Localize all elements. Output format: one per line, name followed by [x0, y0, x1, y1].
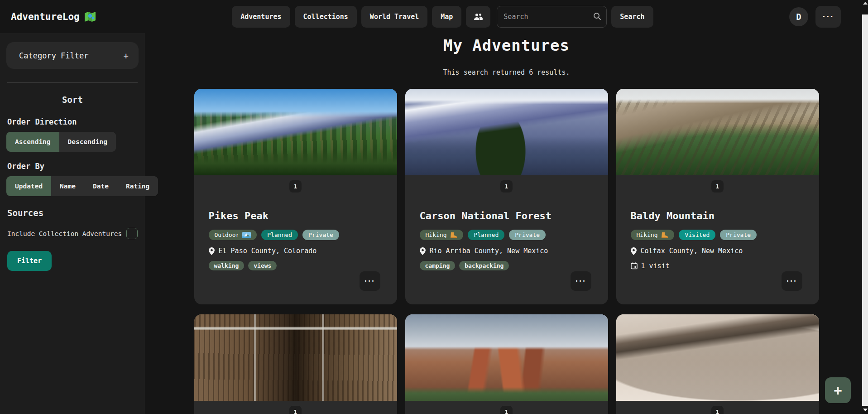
location-text: Rio Arriba County, New Mexico [430, 247, 548, 255]
image-count-badge: 1 [711, 180, 724, 193]
park-icon [242, 232, 251, 238]
adventure-card: 1 [405, 314, 608, 414]
tag-pill: camping [420, 261, 456, 270]
visibility-badge: Private [509, 230, 546, 240]
badge-row: OutdoorPlannedPrivate [209, 230, 383, 240]
order-by-label: Order By [7, 162, 139, 171]
app-title: AdventureLog [11, 11, 80, 22]
scrollbar-down-arrow[interactable] [862, 406, 868, 414]
tag-row: campingbackpacking [420, 261, 594, 270]
avatar[interactable]: D [789, 7, 808, 26]
page-title: My Adventures [145, 36, 868, 54]
top-navbar: AdventureLog Adventures Collections Worl… [0, 0, 868, 33]
adventure-photo[interactable] [194, 314, 397, 401]
order-by-date-button[interactable]: Date [84, 176, 117, 196]
ellipsis-icon: ••• [786, 279, 797, 284]
adventure-title[interactable]: Baldy Mountain [631, 210, 805, 221]
users-icon [474, 13, 483, 20]
category-filter-label: Category Filter [19, 51, 89, 60]
image-count-badge: 1 [500, 180, 513, 193]
nav-users-button[interactable] [466, 6, 490, 28]
add-adventure-button[interactable]: + [825, 377, 851, 403]
include-collections-label: Include Collection Adventures [7, 230, 122, 237]
search-field-wrap [497, 6, 607, 28]
adventure-card: •••1Carson National ForestHikingPlannedP… [405, 89, 608, 304]
category-badge: Hiking [631, 230, 675, 240]
badge-row: HikingVisitedPrivate [631, 230, 805, 240]
scrollbar-up-arrow[interactable] [862, 0, 868, 14]
adventure-card-body: 1Carson National ForestHikingPlannedPriv… [405, 180, 608, 270]
adventure-card: •••1Pikes PeakOutdoorPlannedPrivateEl Pa… [194, 89, 397, 304]
tag-row: walkingviews [209, 261, 383, 270]
pin-icon [420, 247, 426, 255]
adventure-card: 1 [616, 314, 819, 414]
nav-collections-button[interactable]: Collections [295, 6, 357, 28]
order-by-name-button[interactable]: Name [51, 176, 84, 196]
adventure-photo[interactable] [405, 89, 608, 175]
location-row: El Paso County, Colorado [209, 247, 383, 255]
calendar-icon [631, 262, 638, 270]
status-badge: Planned [468, 230, 504, 240]
nav-world-travel-button[interactable]: World Travel [361, 6, 427, 28]
image-count-badge: 1 [289, 180, 302, 193]
card-menu-button[interactable]: ••• [571, 271, 591, 291]
nav-adventures-button[interactable]: Adventures [232, 6, 290, 28]
image-count-badge: 1 [711, 406, 724, 414]
results-count-text: This search returned 6 results. [145, 68, 868, 77]
boot-icon [450, 232, 457, 238]
tag-pill: views [248, 261, 277, 270]
search-icon [593, 12, 601, 20]
visibility-badge: Private [302, 230, 339, 240]
sort-heading: Sort [6, 95, 139, 105]
filter-button[interactable]: Filter [7, 251, 52, 271]
pin-icon [209, 247, 215, 255]
include-collections-checkbox[interactable] [126, 228, 138, 239]
adventure-photo[interactable] [616, 89, 819, 175]
filter-sidebar: Category Filter + Sort Order Direction A… [0, 33, 145, 414]
main-content: My Adventures This search returned 6 res… [145, 33, 868, 414]
order-by-group: Updated Name Date Rating [6, 176, 158, 196]
adventure-card-body: 1 [194, 406, 397, 414]
app-brand[interactable]: AdventureLog [11, 11, 96, 22]
adventure-title[interactable]: Pikes Peak [209, 210, 383, 221]
adventure-card-body: 1Pikes PeakOutdoorPlannedPrivateEl Paso … [194, 180, 397, 270]
adventure-cards-grid: •••1Pikes PeakOutdoorPlannedPrivateEl Pa… [194, 89, 819, 414]
adventure-title[interactable]: Carson National Forest [420, 210, 594, 221]
adventure-photo[interactable] [194, 89, 397, 175]
adventure-card-body: 1 [616, 406, 819, 414]
order-by-updated-button[interactable]: Updated [6, 176, 51, 196]
search-button[interactable]: Search [611, 6, 653, 28]
nav-map-button[interactable]: Map [432, 6, 461, 28]
ellipsis-icon: ••• [575, 279, 586, 284]
sidebar-divider [7, 82, 138, 83]
visit-count-row: 1 visit [631, 262, 805, 270]
category-filter-toggle[interactable]: Category Filter + [6, 42, 139, 69]
ellipsis-icon: ••• [364, 279, 375, 284]
visibility-badge: Private [720, 230, 757, 240]
adventure-photo[interactable] [616, 314, 819, 401]
category-badge: Hiking [420, 230, 464, 240]
adventure-photo[interactable] [405, 314, 608, 401]
category-label: Hiking [426, 231, 447, 238]
order-ascending-button[interactable]: Ascending [6, 132, 59, 152]
boot-icon [661, 232, 668, 238]
category-badge: Outdoor [209, 230, 257, 240]
navbar-overflow-button[interactable]: ••• [815, 6, 841, 28]
location-row: Colfax County, New Mexico [631, 247, 805, 255]
search-input[interactable] [497, 6, 607, 28]
ellipsis-icon: ••• [822, 14, 834, 19]
adventure-card: •••1Baldy MountainHikingVisitedPrivateCo… [616, 89, 819, 304]
card-menu-button[interactable]: ••• [360, 271, 380, 291]
order-descending-button[interactable]: Descending [59, 132, 116, 152]
location-text: Colfax County, New Mexico [641, 247, 743, 255]
tag-pill: walking [209, 261, 245, 270]
status-badge: Planned [261, 230, 298, 240]
adventure-card-body: 1 [405, 406, 608, 414]
order-direction-group: Ascending Descending [6, 132, 116, 152]
card-menu-button[interactable]: ••• [782, 271, 802, 291]
category-label: Outdoor [215, 231, 240, 238]
page-scrollbar[interactable] [862, 0, 868, 414]
adventure-card-body: 1Baldy MountainHikingVisitedPrivateColfa… [616, 180, 819, 270]
visit-count-text: 1 visit [641, 262, 670, 270]
adventure-card: 1 [194, 314, 397, 414]
